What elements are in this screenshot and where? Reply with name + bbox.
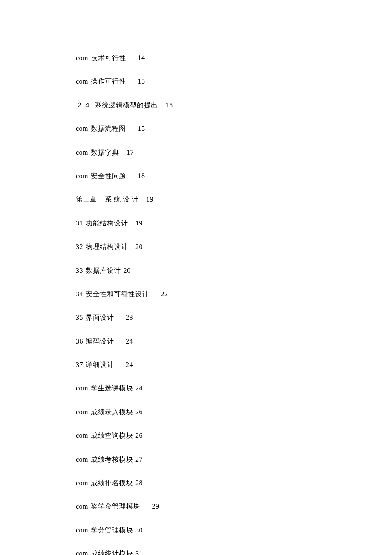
toc-entry: com技术可行性14 — [76, 53, 349, 63]
toc-title: 系统逻辑模型的提出 — [95, 101, 158, 109]
toc-entry: 34安全性和可靠性设计22 — [76, 289, 349, 299]
toc-page-number: 30 — [135, 526, 143, 534]
toc-title: 安全性和可靠性设计 — [86, 290, 149, 298]
toc-page-number: 24 — [135, 384, 143, 392]
toc-prefix: 36 — [76, 338, 83, 345]
toc-prefix: com — [76, 503, 88, 510]
toc-entry: 第三章系 统 设 计19 — [76, 195, 349, 204]
table-of-contents: com技术可行性14com操作可行性15２４系统逻辑模型的提出15com数据流程… — [76, 53, 349, 555]
toc-prefix: 32 — [76, 243, 83, 250]
toc-page-number: 17 — [127, 149, 134, 156]
toc-title: 数据流程图 — [91, 125, 126, 132]
toc-page-number: 26 — [135, 432, 143, 439]
toc-page-number: 20 — [124, 267, 131, 274]
toc-title: 学生选课模块 — [91, 384, 133, 392]
toc-prefix: com — [76, 54, 88, 61]
toc-title: 编码设计 — [86, 338, 114, 345]
toc-prefix: ２４ — [76, 101, 92, 109]
toc-page-number: 31 — [135, 550, 143, 555]
toc-prefix: 34 — [76, 290, 83, 298]
toc-page-number: 14 — [138, 54, 145, 61]
toc-entry: com学生选课模块24 — [76, 384, 349, 393]
toc-entry: com数据字典17 — [76, 148, 349, 157]
toc-page-number: 23 — [126, 314, 133, 321]
toc-page-number: 18 — [138, 172, 145, 179]
toc-prefix: com — [76, 125, 88, 132]
toc-prefix: com — [76, 408, 88, 416]
toc-entry: com成绩考核模块27 — [76, 455, 349, 464]
toc-entry: ２４系统逻辑模型的提出15 — [76, 101, 349, 110]
toc-title: 详细设计 — [86, 361, 114, 368]
toc-entry: com成绩统计模块31 — [76, 549, 349, 555]
toc-title: 操作可行性 — [91, 78, 126, 85]
toc-prefix: com — [76, 526, 88, 534]
toc-title: 成绩统计模块 — [91, 550, 133, 555]
toc-prefix: com — [76, 456, 88, 463]
toc-page-number: 24 — [126, 338, 133, 345]
toc-prefix: 第三章 — [76, 196, 97, 203]
toc-title: 数据字典 — [91, 149, 119, 156]
toc-page-number: 29 — [152, 503, 159, 510]
toc-entry: com数据流程图15 — [76, 124, 349, 133]
toc-page-number: 28 — [135, 479, 143, 486]
toc-prefix: 35 — [76, 314, 83, 321]
toc-entry: com成绩录入模块26 — [76, 408, 349, 417]
toc-entry: com学分管理模块30 — [76, 526, 349, 535]
toc-title: 成绩录入模块 — [91, 408, 133, 416]
toc-prefix: com — [76, 550, 88, 555]
toc-prefix: com — [76, 384, 88, 392]
toc-page-number: 27 — [135, 456, 143, 463]
toc-entry: 37详细设计24 — [76, 360, 349, 370]
toc-page-number: 24 — [126, 361, 133, 368]
toc-title: 功能结构设计 — [86, 220, 128, 227]
toc-entry: com安全性问题18 — [76, 171, 349, 181]
toc-entry: com成绩排名模块28 — [76, 478, 349, 488]
toc-entry: 31功能结构设计19 — [76, 219, 349, 228]
toc-prefix: com — [76, 78, 88, 85]
toc-page-number: 19 — [135, 220, 143, 227]
toc-prefix: com — [76, 432, 88, 439]
toc-title: 界面设计 — [86, 314, 114, 321]
toc-prefix: com — [76, 172, 88, 179]
toc-title: 技术可行性 — [91, 54, 126, 61]
toc-title: 奖学金管理模块 — [91, 503, 140, 510]
toc-page-number: 19 — [146, 196, 153, 203]
toc-entry: 36编码设计24 — [76, 337, 349, 346]
toc-prefix: 33 — [76, 267, 83, 274]
toc-entry: 35界面设计23 — [76, 313, 349, 322]
toc-prefix: 37 — [76, 361, 83, 368]
toc-title: 物理结构设计 — [86, 243, 128, 250]
toc-page-number: 15 — [138, 125, 145, 132]
toc-page-number: 26 — [135, 408, 143, 416]
toc-title: 安全性问题 — [91, 172, 126, 179]
toc-page-number: 15 — [166, 101, 173, 109]
toc-prefix: com — [76, 479, 88, 486]
toc-title: 成绩排名模块 — [91, 479, 133, 486]
toc-entry: com奖学金管理模块29 — [76, 502, 349, 511]
toc-title: 数据库设计 — [86, 267, 121, 274]
toc-page-number: 20 — [135, 243, 143, 250]
toc-title: 成绩查询模块 — [91, 432, 133, 439]
toc-page-number: 15 — [138, 78, 145, 85]
document-page: com技术可行性14com操作可行性15２４系统逻辑模型的提出15com数据流程… — [0, 0, 392, 555]
toc-prefix: com — [76, 149, 88, 156]
toc-page-number: 22 — [161, 290, 168, 298]
toc-prefix: 31 — [76, 220, 83, 227]
toc-entry: 32物理结构设计20 — [76, 242, 349, 251]
toc-entry: 33数据库设计20 — [76, 266, 349, 275]
toc-title: 学分管理模块 — [91, 526, 133, 534]
toc-entry: com成绩查询模块26 — [76, 431, 349, 440]
toc-title: 系 统 设 计 — [105, 196, 139, 203]
toc-entry: com操作可行性15 — [76, 77, 349, 86]
toc-title: 成绩考核模块 — [91, 456, 133, 463]
